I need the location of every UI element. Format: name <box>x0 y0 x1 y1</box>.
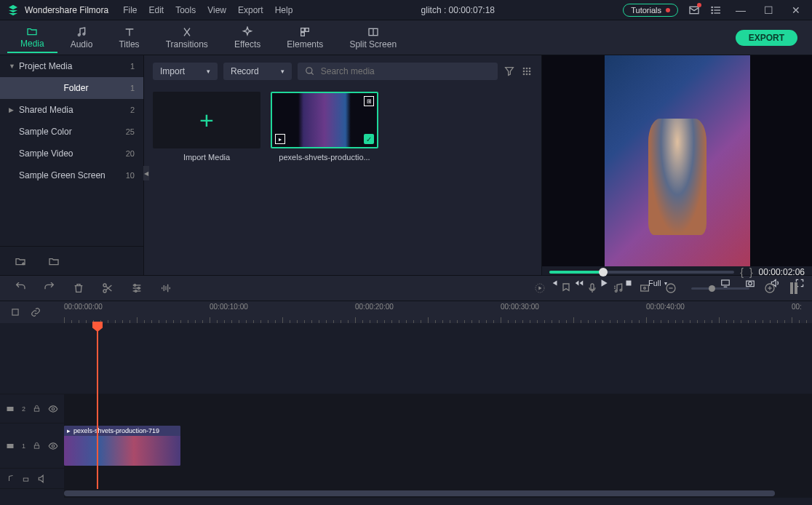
tab-titles[interactable]: Titles <box>106 23 152 52</box>
grid-view-icon[interactable] <box>521 65 533 77</box>
clip-label: pexels-shvets-productio... <box>271 153 378 162</box>
lock-icon[interactable] <box>33 442 41 450</box>
track-body[interactable] <box>64 394 812 423</box>
mark-in-button[interactable]: { <box>740 266 744 278</box>
preview-scrubber[interactable] <box>549 271 734 274</box>
link-icon[interactable] <box>31 307 41 317</box>
sidebar-item-label: Project Media <box>19 61 130 71</box>
menu-export[interactable]: Export <box>238 5 263 15</box>
sidebar-item-sample-green[interactable]: Sample Green Screen 10 <box>0 164 143 186</box>
tab-media[interactable]: Media <box>7 23 57 53</box>
eye-icon[interactable] <box>48 441 58 451</box>
search-input[interactable] <box>321 66 490 76</box>
zoom-slider[interactable] <box>691 287 749 290</box>
menu-file[interactable]: File <box>123 5 137 15</box>
audio-wave-icon[interactable] <box>160 282 172 294</box>
sidebar-item-folder[interactable]: Folder 1 <box>0 77 143 99</box>
chevron-down-icon: ▾ <box>207 68 210 75</box>
folder-icon[interactable] <box>48 255 60 267</box>
timeline-clip[interactable]: ▸ pexels-shvets-production-719 <box>64 426 180 466</box>
tab-elements[interactable]: Elements <box>274 23 336 52</box>
sidebar-item-label: Sample Color <box>19 127 126 137</box>
tutorials-button[interactable]: Tutorials <box>623 4 678 17</box>
preview-viewport[interactable] <box>542 55 812 266</box>
svg-rect-11 <box>301 32 305 36</box>
mute-icon[interactable] <box>37 474 47 484</box>
clip-preview <box>272 93 377 147</box>
mark-out-button[interactable]: } <box>749 266 753 278</box>
render-icon[interactable] <box>534 282 546 294</box>
timeline-ruler[interactable]: 00:00:00:00 00:00:10:00 00:00:20:00 00:0… <box>0 301 812 323</box>
lock-icon[interactable] <box>33 405 41 413</box>
svg-rect-56 <box>12 309 18 315</box>
zoom-out-icon[interactable] <box>665 282 677 294</box>
split-icon <box>367 26 380 38</box>
svg-rect-61 <box>34 445 39 448</box>
sidebar-item-shared-media[interactable]: ▶ Shared Media 2 <box>0 99 143 121</box>
undo-icon[interactable] <box>15 282 26 294</box>
svg-point-16 <box>523 68 525 70</box>
track-body[interactable] <box>64 323 812 394</box>
scrub-thumb[interactable] <box>599 268 608 277</box>
mic-icon[interactable] <box>586 282 598 294</box>
svg-point-24 <box>529 73 531 76</box>
menu-tools[interactable]: Tools <box>175 5 196 15</box>
sidebar-item-sample-color[interactable]: Sample Color 25 <box>0 121 143 143</box>
media-clip-card[interactable]: ⊞ ▸ ✓ pexels-shvets-productio... <box>271 92 378 162</box>
record-dropdown[interactable]: Record ▾ <box>223 63 292 80</box>
clip-thumb[interactable]: ⊞ ▸ ✓ <box>271 92 378 148</box>
filter-icon[interactable] <box>503 65 515 77</box>
zoom-in-icon[interactable] <box>764 282 776 294</box>
elements-icon <box>298 26 311 38</box>
tab-audio[interactable]: Audio <box>57 23 106 52</box>
search-box[interactable] <box>298 63 498 80</box>
mail-icon[interactable] <box>688 4 700 16</box>
scrollbar-thumb[interactable] <box>64 490 775 496</box>
tab-transitions[interactable]: Transitions <box>153 23 221 52</box>
folder-icon <box>25 25 39 37</box>
lock-icon[interactable] <box>22 474 30 482</box>
delete-icon[interactable] <box>73 282 84 294</box>
media-grid: + Import Media ⊞ ▸ ✓ pexels-shvets-produ… <box>144 84 541 275</box>
minimize-button[interactable]: — <box>732 4 749 16</box>
tab-split-screen[interactable]: Split Screen <box>336 23 410 52</box>
playhead[interactable] <box>97 323 98 489</box>
close-button[interactable]: ✕ <box>787 4 805 16</box>
import-dropdown[interactable]: Import ▾ <box>153 63 218 80</box>
maximize-button[interactable]: ☐ <box>760 4 777 16</box>
ruler-ticks[interactable]: 00:00:00:00 00:00:10:00 00:00:20:00 00:0… <box>64 301 812 323</box>
export-button[interactable]: EXPORT <box>736 30 797 46</box>
sidebar-item-sample-video[interactable]: Sample Video 20 <box>0 143 143 164</box>
redo-icon[interactable] <box>44 282 55 294</box>
import-media-card[interactable]: + Import Media <box>153 92 260 162</box>
sidebar-item-project-media[interactable]: ▼ Project Media 1 <box>0 55 143 77</box>
track-body[interactable]: ▸ pexels-shvets-production-719 <box>64 424 812 468</box>
zoom-thumb[interactable] <box>709 285 715 292</box>
split-icon[interactable] <box>102 282 114 294</box>
tab-effects[interactable]: Effects <box>221 23 274 52</box>
marker-icon[interactable] <box>560 282 572 294</box>
timeline-scrollbar[interactable] <box>64 489 812 498</box>
tab-media-label: Media <box>20 39 44 49</box>
svg-point-17 <box>526 68 528 70</box>
titlebar-right: Tutorials — ☐ ✕ <box>623 4 805 17</box>
import-thumb[interactable]: + <box>153 92 260 148</box>
preview-scrub-row: { } 00:00:02:06 <box>542 266 812 278</box>
adjust-icon[interactable] <box>131 282 143 294</box>
chevron-right-icon: ▶ <box>9 106 19 114</box>
list-icon[interactable] <box>710 4 722 16</box>
magnet-icon[interactable] <box>10 307 20 317</box>
transition-icon <box>180 26 194 38</box>
play-small-icon[interactable]: ▸ <box>275 134 285 144</box>
meter-icon[interactable] <box>790 282 797 294</box>
eye-icon[interactable] <box>48 404 58 414</box>
track-body[interactable] <box>64 469 812 488</box>
new-folder-icon[interactable] <box>15 255 26 267</box>
mixer-icon[interactable] <box>613 282 624 294</box>
crop-icon[interactable] <box>639 282 650 294</box>
menu-edit[interactable]: Edit <box>149 5 164 15</box>
sidebar-collapse-button[interactable]: ◀ <box>143 166 149 180</box>
menu-view[interactable]: View <box>207 5 226 15</box>
menu-help[interactable]: Help <box>275 5 293 15</box>
check-icon: ✓ <box>364 134 374 144</box>
